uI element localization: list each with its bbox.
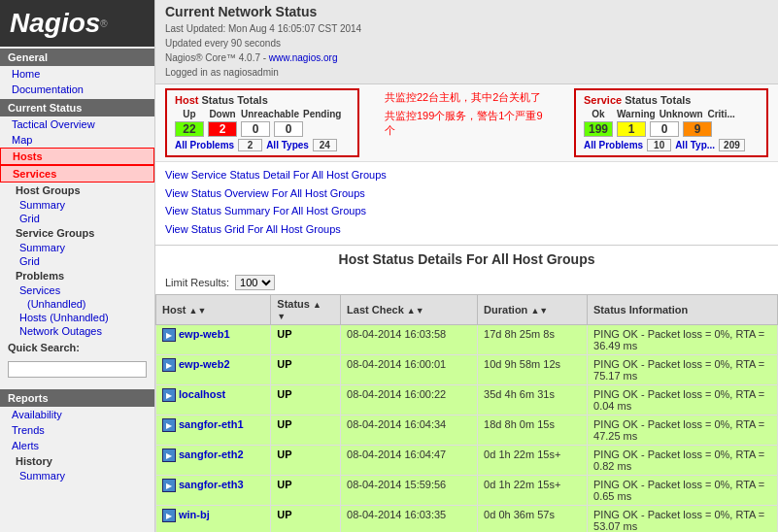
host-icon: ▶ [162, 449, 176, 462]
sidebar-home[interactable]: Home [0, 66, 154, 82]
annotation2: 共监控199个服务，警告1个严重9个 [375, 107, 558, 140]
service-totals-vals: 199 1 0 9 [584, 121, 759, 137]
table-row: ▶win-bjUP08-04-2014 16:03:350d 0h 36m 57… [156, 505, 778, 532]
svc-all-problems-val[interactable]: 10 [647, 139, 671, 151]
main-content: Current Network Status Last Updated: Mon… [155, 0, 778, 532]
host-all-types-val[interactable]: 24 [313, 139, 337, 151]
sidebar-problems-services-unhandled[interactable]: (Unhandled) [0, 297, 154, 311]
link-service-status-detail[interactable]: View Service Status Detail For All Host … [165, 166, 768, 184]
status-cell: UP [271, 384, 341, 415]
sidebar-history-summary[interactable]: Summary [0, 469, 154, 482]
table-row: ▶localhostUP08-04-2014 16:00:2235d 4h 6m… [156, 384, 778, 415]
host-all-problems-link[interactable]: All Problems [175, 140, 234, 150]
host-link[interactable]: sangfor-eth1 [179, 418, 244, 430]
table-row: ▶sangfor-eth1UP08-04-2014 16:04:3418d 8h… [156, 415, 778, 445]
col-host[interactable]: Host ▲▼ [156, 294, 271, 324]
host-totals-cols: Up Down Unreachable Pending [175, 109, 350, 119]
last-check-cell: 08-04-2014 15:59:56 [341, 475, 478, 505]
sidebar-hosts[interactable]: Hosts [0, 148, 154, 165]
sidebar-problems-hosts-unhandled[interactable]: Hosts (Unhandled) [0, 311, 154, 324]
link-status-summary[interactable]: View Status Summary For All Host Groups [165, 202, 768, 220]
sidebar-documentation[interactable]: Documentation [0, 82, 154, 97]
host-val-down[interactable]: 2 [208, 121, 237, 137]
version-text: Nagios® Core™ 4.0.7 - [165, 52, 269, 63]
sidebar-availability[interactable]: Availability [0, 407, 154, 422]
status-cell: UP [271, 475, 341, 505]
svc-val-ok[interactable]: 199 [584, 121, 613, 137]
sidebar-hostgroups-summary[interactable]: Summary [0, 198, 154, 212]
sidebar-problems-services[interactable]: Services [0, 283, 154, 297]
svc-val-critical[interactable]: 9 [683, 121, 712, 137]
host-val-pending[interactable]: 0 [274, 121, 303, 137]
sidebar-servicegroups-summary[interactable]: Summary [0, 241, 154, 254]
nagios-link[interactable]: www.nagios.org [269, 52, 338, 63]
info-cell: PING OK - Packet loss = 0%, RTA = 36.49 … [588, 324, 778, 354]
host-col-unreachable: Unreachable [241, 109, 299, 119]
logo-reg: ® [100, 18, 107, 29]
link-status-overview[interactable]: View Status Overview For All Host Groups [165, 184, 768, 203]
svc-all-types-val[interactable]: 209 [719, 139, 745, 151]
table-row: ▶ewp-web1UP08-04-2014 16:03:5817d 8h 25m… [156, 324, 778, 354]
host-totals-box: Host Status Totals Up Down Unreachable P… [165, 88, 359, 157]
host-all-problems-val[interactable]: 2 [238, 139, 262, 151]
last-check-cell: 08-04-2014 16:00:22 [341, 384, 478, 415]
sidebar-tactical-overview[interactable]: Tactical Overview [0, 116, 154, 132]
host-totals-title: Host Status Totals [175, 94, 350, 106]
table-row: ▶sangfor-eth3UP08-04-2014 15:59:560d 1h … [156, 475, 778, 505]
col-last-check[interactable]: Last Check ▲▼ [341, 294, 478, 324]
svc-col-ok: Ok [584, 109, 613, 119]
status-cell: UP [271, 445, 341, 475]
sidebar-alerts[interactable]: Alerts [0, 438, 154, 453]
last-check-cell: 08-04-2014 16:04:34 [341, 415, 478, 445]
host-col-down: Down [208, 109, 237, 119]
duration-cell: 10d 9h 58m 12s [478, 354, 588, 384]
last-check-cell: 08-04-2014 16:00:01 [341, 354, 478, 384]
sidebar-servicegroups-grid[interactable]: Grid [0, 254, 154, 268]
main-header: Current Network Status Last Updated: Mon… [155, 0, 778, 84]
col-duration[interactable]: Duration ▲▼ [478, 294, 588, 324]
sidebar-section-general: General [0, 49, 154, 66]
limit-select[interactable]: 25 50 100 200 All [235, 275, 275, 290]
svc-val-warning[interactable]: 1 [617, 121, 646, 137]
host-val-unreachable[interactable]: 0 [241, 121, 270, 137]
service-totals-box: Service Status Totals Ok Warning Unknown… [574, 88, 768, 157]
svc-all-problems-link[interactable]: All Problems [584, 140, 643, 150]
svc-val-unknown[interactable]: 0 [650, 121, 679, 137]
sidebar-services[interactable]: Services [0, 165, 154, 183]
duration-cell: 35d 4h 6m 31s [478, 384, 588, 415]
status-cell: UP [271, 354, 341, 384]
host-link[interactable]: win-bj [179, 509, 210, 520]
host-icon: ▶ [162, 479, 176, 492]
status-cell: UP [271, 324, 341, 354]
link-status-grid[interactable]: View Status Grid For All Host Groups [165, 220, 768, 239]
host-icon: ▶ [162, 509, 176, 522]
sidebar-network-outages[interactable]: Network Outages [0, 324, 154, 338]
col-status-info: Status Information [588, 294, 778, 324]
sidebar-section-current-status: Current Status [0, 99, 154, 116]
links-area: View Service Status Detail For All Host … [155, 162, 778, 243]
sidebar-map[interactable]: Map [0, 132, 154, 148]
page-title: Current Network Status [165, 4, 768, 19]
host-icon: ▶ [162, 418, 176, 432]
col-status[interactable]: Status ▲▼ [271, 294, 341, 324]
update-interval: Updated every 90 seconds [165, 38, 281, 49]
host-val-up[interactable]: 22 [175, 121, 204, 137]
table-row: ▶sangfor-eth2UP08-04-2014 16:04:470d 1h … [156, 445, 778, 475]
annotations: 共监控22台主机，其中2台关机了 共监控199个服务，警告1个严重9个 [369, 88, 564, 140]
host-link[interactable]: sangfor-eth3 [179, 479, 244, 490]
host-link[interactable]: sangfor-eth2 [179, 449, 244, 460]
limit-label: Limit Results: [165, 277, 229, 288]
host-status-heading: Host Status Details For All Host Groups [155, 245, 778, 271]
host-link[interactable]: localhost [179, 388, 225, 400]
sidebar-hostgroups-grid[interactable]: Grid [0, 212, 154, 225]
svc-all-types-link[interactable]: All Typ... [675, 140, 715, 150]
host-link[interactable]: ewp-web1 [179, 328, 230, 340]
host-all-types-link[interactable]: All Types [266, 140, 309, 150]
host-cell: ▶sangfor-eth1 [156, 415, 271, 445]
quick-search-input[interactable] [8, 361, 147, 378]
svc-col-critical: Criti... [707, 109, 736, 119]
duration-cell: 0d 1h 22m 15s+ [478, 445, 588, 475]
host-link[interactable]: ewp-web2 [179, 358, 230, 370]
sidebar-trends[interactable]: Trends [0, 422, 154, 438]
host-icon: ▶ [162, 358, 176, 372]
